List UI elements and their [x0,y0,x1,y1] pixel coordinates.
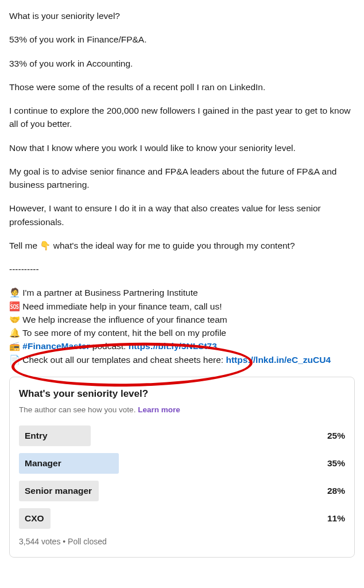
podcast-link[interactable]: https://bit.ly/3NLSt73 [129,341,217,351]
hashtag-link[interactable]: #FinanceMaster [22,341,90,351]
poll-bar-wrap: Senior manager [19,481,305,501]
poll-percent: 11% [316,512,345,525]
post-bullet: 🤝 We help increase the influence of your… [9,313,355,326]
poll-option-label: Manager [25,453,61,474]
post-paragraph: What is your seniority level? [9,9,355,22]
post-paragraph: Those were some of the results of a rece… [9,80,355,94]
post-content: What is your seniority level? 53% of you… [0,0,364,567]
poll-subtitle: The author can see how you vote. Learn m… [19,404,345,416]
poll-option-entry[interactable]: Entry 25% [19,425,345,446]
post-paragraph: 53% of you work in Finance/FP&A. [9,33,355,46]
post-paragraph: Tell me 👇 what's the ideal way for me to… [9,239,355,252]
post-paragraph: However, I want to ensure I do it in a w… [9,202,355,229]
post-paragraph: I continue to explore the 200,000 new fo… [9,104,355,131]
poll-option-manager[interactable]: Manager 35% [19,453,345,474]
highlight-ellipse-wrap: 📄 Check out all our templates and cheat … [9,353,355,366]
poll-option-cxo[interactable]: CXO 11% [19,508,345,529]
poll-option-label: CXO [25,508,44,529]
poll-title: What's your seniority level? [19,386,345,401]
post-paragraph: My goal is to advise senior finance and … [9,165,355,192]
text-fragment: 📄 Check out all our templates and cheat … [9,355,226,365]
learn-more-link[interactable]: Learn more [138,405,180,414]
poll-option-senior-manager[interactable]: Senior manager 28% [19,481,345,501]
poll-percent: 35% [316,457,345,470]
poll-bar-wrap: CXO [19,508,305,529]
emoji-radio-icon: 📻 [9,341,22,351]
post-text-body: What is your seniority level? 53% of you… [9,9,355,366]
post-bullet: 🔔 To see more of my content, hit the bel… [9,326,355,339]
post-bullet: 🆘 Need immediate help in your finance te… [9,300,355,313]
poll-sub-text: The author can see how you vote. [19,405,138,414]
poll-option-label: Senior manager [25,481,92,501]
post-paragraph: ---------- [9,262,355,276]
poll-percent: 25% [316,429,345,442]
poll-footer: 3,544 votes • Poll closed [19,536,345,548]
post-bullet: 📻 #FinanceMaster podcast: https://bit.ly… [9,339,355,353]
poll-card: What's your seniority level? The author … [9,377,355,558]
poll-bar-wrap: Manager [19,453,305,474]
templates-link[interactable]: https://lnkd.in/eC_zuCU4 [226,355,331,365]
post-bullet: 🧑‍💼 I'm a partner at Business Partnering… [9,286,355,299]
text-fragment: podcast: [90,341,128,351]
post-paragraph: Now that I know where you work I would l… [9,141,355,154]
post-paragraph: 33% of you work in Accounting. [9,57,355,70]
post-bullet: 📄 Check out all our templates and cheat … [9,353,355,366]
poll-bar-wrap: Entry [19,425,305,446]
poll-percent: 28% [316,484,345,497]
poll-option-label: Entry [25,425,48,446]
